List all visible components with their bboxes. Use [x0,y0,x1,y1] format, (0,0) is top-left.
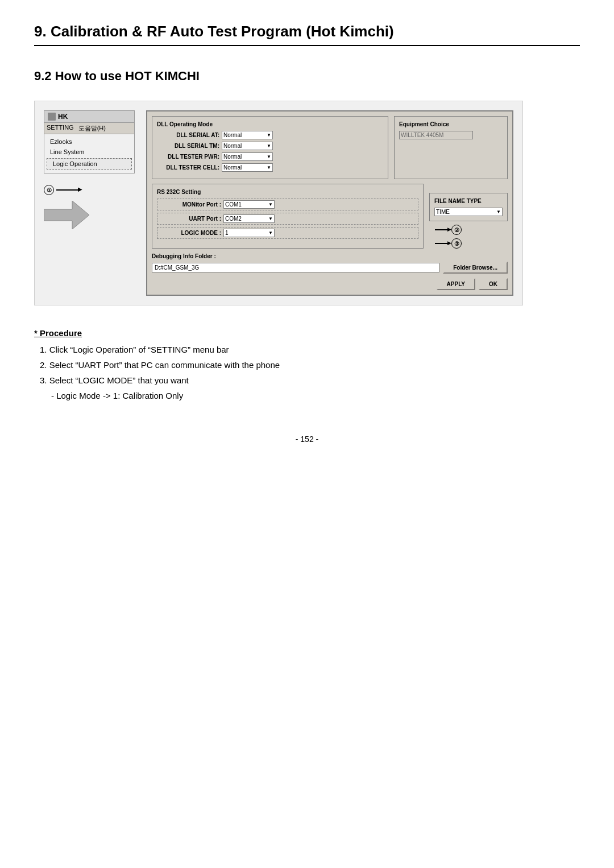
equipment-choice-title: Equipment Choice [399,121,503,127]
page-container: 9. Calibration & RF Auto Test Program (H… [0,0,614,868]
debug-folder-row: Debugging Info Folder : D:#CM_GSM_3G Fol… [152,253,508,274]
equipment-choice-select[interactable]: WILLTEK 4405M [399,131,473,139]
rs232c-title: RS 232C Setting [157,189,418,195]
procedure-title: * Procedure [34,328,580,338]
svg-marker-0 [44,201,89,229]
dropdown-arrow-8: ▼ [496,209,501,214]
dll-serial-tm-label: DLL SERIAL TM: [157,143,219,149]
folder-browse-button[interactable]: Folder Browse... [443,262,508,274]
hk-sidebar-list: Ezlooks Line System Logic Operation [44,134,134,173]
hk-sidebar-panel: HK SETTING 도움말(H) Ezlooks Line System Lo… [44,110,135,296]
ok-button[interactable]: OK [479,278,508,290]
file-name-type-title: FILE NAME TYPE [434,198,503,204]
monitor-port-select[interactable]: COM1 ▼ [223,200,275,209]
sidebar-item-logic-operation[interactable]: Logic Operation [47,158,132,170]
screenshot-container: HK SETTING 도움말(H) Ezlooks Line System Lo… [34,101,523,305]
debug-folder-path[interactable]: D:#CM_GSM_3G [152,263,439,272]
sidebar-item-linesystem[interactable]: Line System [44,147,134,157]
settings-mid-row: RS 232C Setting MONitor Port : COM1 ▼ UA… [152,184,508,249]
rs232c-group: RS 232C Setting MONitor Port : COM1 ▼ UA… [152,184,424,249]
hk-menu-bar: SETTING 도움말(H) [44,123,134,134]
chapter-title: 9. Calibration & RF Auto Test Program (H… [34,23,580,46]
dialog-footer: APPLY OK [152,278,508,290]
dropdown-arrow-3: ▼ [267,154,271,159]
dll-tester-pwr-label: DLL TESTER PWR: [157,154,219,160]
dll-operating-mode-group: DLL Operating Mode DLL SERIAL AT: Normal… [152,116,388,179]
direction-arrow [44,201,89,229]
uart-port-label: UART Port : [159,216,221,222]
dll-tester-pwr-select[interactable]: Normal ▼ [222,152,273,161]
annotation-circle-1: ① [44,185,54,195]
settings-top-row: DLL Operating Mode DLL SERIAL AT: Normal… [152,116,508,179]
procedure-step-1: 1. Click “Logic Operation” of “SETTING” … [34,345,580,354]
dll-serial-tm-select[interactable]: Normal ▼ [222,142,273,150]
annotation-circle-3: ③ [451,238,462,249]
equipment-choice-group: Equipment Choice WILLTEK 4405M [394,116,508,179]
dropdown-arrow-1: ▼ [267,133,271,138]
dropdown-arrow-7: ▼ [268,230,273,235]
dll-serial-tm-row: DLL SERIAL TM: Normal ▼ [157,142,383,150]
procedure-step-3: 3. Select “LOGIC MODE” that you want [34,375,580,385]
section-title: 9.2 How to use HOT KIMCHI [34,69,580,84]
monitor-port-row: MONitor Port : COM1 ▼ [157,199,418,210]
uart-port-row: UART Port : COM2 ▼ [157,213,418,225]
hk-app-window: HK SETTING 도움말(H) Ezlooks Line System Lo… [44,110,135,173]
dropdown-arrow-4: ▼ [267,165,271,170]
apply-button[interactable]: APPLY [437,278,475,290]
monitor-port-label: MONitor Port : [159,201,221,208]
dropdown-arrow-2: ▼ [267,143,271,148]
procedure-section: * Procedure 1. Click “Logic Operation” o… [34,328,580,400]
dll-tester-cell-row: DLL TESTER CELL: Normal ▼ [157,163,383,172]
dll-serial-at-row: DLL SERIAL AT: Normal ▼ [157,131,383,139]
sidebar-item-ezlooks[interactable]: Ezlooks [44,137,134,147]
procedure-step-2: 2. Select “UART Port” that PC can commun… [34,360,580,370]
dll-tester-cell-label: DLL TESTER CELL: [157,164,219,171]
hk-menu-setting[interactable]: SETTING [47,124,74,133]
procedure-step-3-sub: - Logic Mode -> 1: Calibration Only [51,391,580,400]
uart-port-select[interactable]: COM2 ▼ [223,214,275,223]
file-name-type-group: FILE NAME TYPE TIME ▼ [429,193,508,221]
annotation-circle-2: ② [451,225,462,235]
dll-tester-pwr-row: DLL TESTER PWR: Normal ▼ [157,152,383,161]
hk-title-text: HK [58,113,68,121]
logic-mode-select[interactable]: 1 ▼ [223,229,275,237]
dropdown-arrow-6: ▼ [268,216,273,221]
dropdown-arrow-5: ▼ [268,202,273,207]
logic-mode-label: LOGIC MODE : [159,230,221,236]
logic-mode-row: LOGIC MODE : 1 ▼ [157,227,418,239]
dll-tester-cell-select[interactable]: Normal ▼ [222,163,273,172]
page-number: - 152 - [34,435,580,444]
debug-folder-label: Debugging Info Folder : [152,253,508,259]
dll-serial-at-label: DLL SERIAL AT: [157,132,219,138]
hk-app-icon [48,113,56,121]
dll-mode-title: DLL Operating Mode [157,121,383,127]
hk-menu-help[interactable]: 도움말(H) [78,124,106,133]
file-name-type-select[interactable]: TIME ▼ [434,208,503,216]
dll-serial-at-select[interactable]: Normal ▼ [222,131,273,139]
hk-title-bar: HK [44,111,134,123]
settings-dialog: DLL Operating Mode DLL SERIAL AT: Normal… [146,110,513,296]
